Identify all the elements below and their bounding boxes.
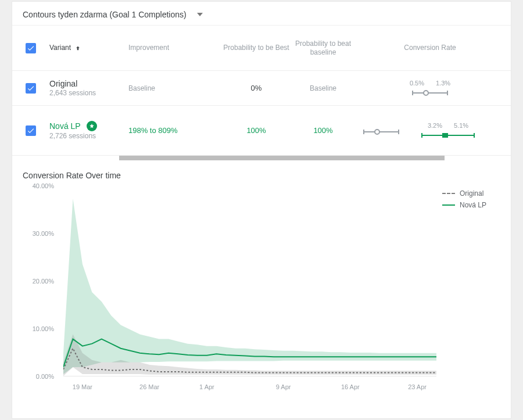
cr-low: 0.5% bbox=[410, 80, 424, 87]
table-row: Original 2,643 sessions Baseline 0% Base… bbox=[12, 71, 511, 106]
prob-best-cell: 100% bbox=[221, 126, 291, 135]
variant-checkbox[interactable] bbox=[26, 125, 36, 136]
objective-dropdown-label: Contours tyden zdarma (Goal 1 Completion… bbox=[23, 10, 187, 19]
prob-baseline-cell: 100% bbox=[291, 126, 355, 135]
cr-high: 1.3% bbox=[436, 80, 450, 87]
experiment-card: { "header": { "title": "Contours tyden z… bbox=[12, 1, 511, 419]
col-conversion-rate[interactable]: Conversion Rate bbox=[355, 44, 511, 52]
chart-legend: Original Nová LP bbox=[442, 189, 500, 213]
cr-high: 5.1% bbox=[454, 122, 468, 129]
cr-range-icon bbox=[410, 89, 450, 97]
conversion-cell: 0.5% 1.3% bbox=[355, 80, 511, 97]
variants-table: Variant Improvement Probability to be Be… bbox=[12, 26, 511, 160]
conversion-chart: 0.00%10.00%20.00%30.00%40.00% 19 Mar26 M… bbox=[23, 186, 500, 394]
select-all-checkbox[interactable] bbox=[26, 43, 36, 53]
variant-name: Nová LP bbox=[49, 121, 81, 131]
col-variant[interactable]: Variant bbox=[49, 44, 71, 52]
svg-rect-11 bbox=[442, 133, 448, 138]
chart-title: Conversion Rate Over time bbox=[12, 160, 511, 184]
variant-checkbox[interactable] bbox=[26, 83, 36, 94]
col-improvement[interactable]: Improvement bbox=[128, 44, 221, 52]
x-axis-labels: 19 Mar26 Mar1 Apr9 Apr16 Apr23 Apr bbox=[63, 380, 436, 390]
improvement-cell: 198% to 809% bbox=[128, 126, 221, 135]
legend-swatch-original-icon bbox=[442, 193, 455, 194]
variant-sessions: 2,726 sessions bbox=[49, 131, 125, 141]
horizontal-scrollbar[interactable] bbox=[119, 156, 445, 160]
y-axis-labels: 0.00%10.00%20.00%30.00%40.00% bbox=[23, 186, 58, 376]
table-row: Nová LP 2,726 sessions 198% to 809% 100%… bbox=[12, 106, 511, 156]
legend-swatch-nova-icon bbox=[442, 204, 455, 206]
variant-name: Original bbox=[49, 79, 125, 88]
cr-range-icon bbox=[361, 128, 402, 136]
dropdown-caret-icon[interactable] bbox=[197, 13, 203, 16]
sort-asc-icon bbox=[75, 44, 81, 52]
winner-badge-icon bbox=[87, 121, 97, 131]
cr-range-winner-icon bbox=[419, 131, 477, 139]
prob-baseline-cell: Baseline bbox=[291, 84, 355, 93]
improvement-cell: Baseline bbox=[128, 84, 221, 93]
legend-label: Nová LP bbox=[460, 201, 486, 209]
variant-sessions: 2,643 sessions bbox=[49, 88, 125, 98]
prob-best-cell: 0% bbox=[221, 84, 291, 92]
col-prob-best[interactable]: Probability to be Best bbox=[221, 44, 291, 52]
conversion-cell: 3.2% 5.1% bbox=[355, 122, 511, 139]
svg-point-3 bbox=[424, 91, 428, 95]
legend-label: Original bbox=[460, 189, 483, 198]
svg-point-7 bbox=[375, 130, 379, 134]
table-header-row: Variant Improvement Probability to be Be… bbox=[12, 26, 511, 71]
col-prob-baseline[interactable]: Probability to beat baseline bbox=[291, 40, 355, 57]
cr-low: 3.2% bbox=[428, 122, 442, 129]
plot-area bbox=[63, 189, 436, 376]
